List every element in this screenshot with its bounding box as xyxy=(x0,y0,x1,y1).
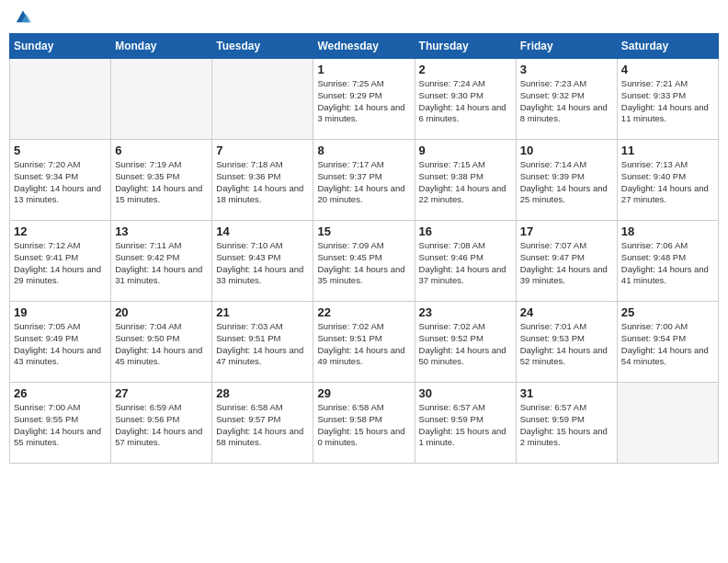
cell-sunset: Sunset: 9:54 PM xyxy=(621,333,686,343)
cell-sunset: Sunset: 9:48 PM xyxy=(621,252,686,262)
week-row-4: 19 Sunrise: 7:05 AM Sunset: 9:49 PM Dayl… xyxy=(10,302,719,383)
cell-sunset: Sunset: 9:59 PM xyxy=(419,414,483,424)
cell-sunrise: Sunrise: 6:58 AM xyxy=(216,402,282,412)
cell-sunset: Sunset: 9:52 PM xyxy=(419,333,483,343)
calendar-cell: 10 Sunrise: 7:14 AM Sunset: 9:39 PM Dayl… xyxy=(516,140,617,221)
cell-daylight: Daylight: 15 hours and 0 minutes. xyxy=(317,426,404,448)
calendar-table: SundayMondayTuesdayWednesdayThursdayFrid… xyxy=(9,33,719,464)
cell-daylight: Daylight: 15 hours and 1 minute. xyxy=(419,426,506,448)
cell-daylight: Daylight: 14 hours and 18 minutes. xyxy=(216,183,303,205)
calendar-cell: 2 Sunrise: 7:24 AM Sunset: 9:30 PM Dayli… xyxy=(415,59,516,140)
cell-daylight: Daylight: 14 hours and 55 minutes. xyxy=(14,426,101,448)
cell-sunset: Sunset: 9:47 PM xyxy=(520,252,585,262)
cell-daylight: Daylight: 14 hours and 47 minutes. xyxy=(216,345,303,367)
calendar-cell: 24 Sunrise: 7:01 AM Sunset: 9:53 PM Dayl… xyxy=(516,302,617,383)
cell-daylight: Daylight: 14 hours and 33 minutes. xyxy=(216,264,303,286)
calendar-cell: 11 Sunrise: 7:13 AM Sunset: 9:40 PM Dayl… xyxy=(617,140,718,221)
day-number: 23 xyxy=(419,305,512,319)
cell-sunset: Sunset: 9:42 PM xyxy=(115,252,179,262)
cell-sunset: Sunset: 9:38 PM xyxy=(419,171,483,181)
cell-sunset: Sunset: 9:37 PM xyxy=(317,171,381,181)
cell-daylight: Daylight: 14 hours and 31 minutes. xyxy=(115,264,202,286)
day-number: 31 xyxy=(520,386,613,400)
day-number: 17 xyxy=(520,224,613,238)
day-number: 28 xyxy=(216,386,309,400)
cell-sunrise: Sunrise: 7:12 AM xyxy=(14,240,80,250)
weekday-header-row: SundayMondayTuesdayWednesdayThursdayFrid… xyxy=(10,34,719,59)
calendar-cell: 27 Sunrise: 6:59 AM Sunset: 9:56 PM Dayl… xyxy=(111,383,212,464)
cell-sunrise: Sunrise: 7:05 AM xyxy=(14,321,80,331)
calendar-cell: 6 Sunrise: 7:19 AM Sunset: 9:35 PM Dayli… xyxy=(111,140,212,221)
cell-sunset: Sunset: 9:29 PM xyxy=(317,90,381,100)
calendar-cell: 28 Sunrise: 6:58 AM Sunset: 9:57 PM Dayl… xyxy=(212,383,313,464)
calendar-cell: 26 Sunrise: 7:00 AM Sunset: 9:55 PM Dayl… xyxy=(10,383,111,464)
cell-sunset: Sunset: 9:46 PM xyxy=(419,252,483,262)
calendar-cell xyxy=(111,59,212,140)
cell-sunset: Sunset: 9:30 PM xyxy=(419,90,483,100)
cell-daylight: Daylight: 14 hours and 6 minutes. xyxy=(419,102,506,124)
day-number: 2 xyxy=(419,63,512,76)
cell-sunrise: Sunrise: 7:00 AM xyxy=(14,402,80,412)
day-number: 10 xyxy=(520,144,613,157)
cell-sunrise: Sunrise: 7:21 AM xyxy=(621,78,688,88)
weekday-header-thursday: Thursday xyxy=(415,34,516,59)
cell-daylight: Daylight: 14 hours and 54 minutes. xyxy=(621,345,709,367)
cell-daylight: Daylight: 14 hours and 58 minutes. xyxy=(216,426,303,448)
week-row-3: 12 Sunrise: 7:12 AM Sunset: 9:41 PM Dayl… xyxy=(10,221,719,302)
cell-daylight: Daylight: 14 hours and 39 minutes. xyxy=(520,264,608,286)
cell-daylight: Daylight: 14 hours and 49 minutes. xyxy=(317,345,404,367)
calendar-cell: 19 Sunrise: 7:05 AM Sunset: 9:49 PM Dayl… xyxy=(10,302,111,383)
calendar-cell: 25 Sunrise: 7:00 AM Sunset: 9:54 PM Dayl… xyxy=(617,302,718,383)
week-row-5: 26 Sunrise: 7:00 AM Sunset: 9:55 PM Dayl… xyxy=(10,383,719,464)
cell-sunrise: Sunrise: 7:15 AM xyxy=(419,159,485,169)
cell-sunset: Sunset: 9:49 PM xyxy=(14,333,78,343)
day-number: 24 xyxy=(520,305,613,319)
calendar-cell: 18 Sunrise: 7:06 AM Sunset: 9:48 PM Dayl… xyxy=(617,221,718,302)
cell-sunrise: Sunrise: 7:06 AM xyxy=(621,240,688,250)
calendar-cell: 29 Sunrise: 6:58 AM Sunset: 9:58 PM Dayl… xyxy=(313,383,415,464)
cell-sunset: Sunset: 9:41 PM xyxy=(14,252,78,262)
cell-sunrise: Sunrise: 7:08 AM xyxy=(419,240,485,250)
cell-sunset: Sunset: 9:36 PM xyxy=(216,171,280,181)
calendar-cell: 13 Sunrise: 7:11 AM Sunset: 9:42 PM Dayl… xyxy=(111,221,212,302)
calendar-cell: 31 Sunrise: 6:57 AM Sunset: 9:59 PM Dayl… xyxy=(516,383,617,464)
weekday-header-friday: Friday xyxy=(516,34,617,59)
cell-sunrise: Sunrise: 7:14 AM xyxy=(520,159,586,169)
cell-daylight: Daylight: 14 hours and 27 minutes. xyxy=(621,183,709,205)
calendar-cell: 9 Sunrise: 7:15 AM Sunset: 9:38 PM Dayli… xyxy=(415,140,516,221)
calendar-cell: 15 Sunrise: 7:09 AM Sunset: 9:45 PM Dayl… xyxy=(313,221,415,302)
day-number: 12 xyxy=(14,224,107,238)
cell-sunrise: Sunrise: 7:03 AM xyxy=(216,321,282,331)
cell-sunrise: Sunrise: 6:57 AM xyxy=(520,402,586,412)
cell-daylight: Daylight: 14 hours and 57 minutes. xyxy=(115,426,202,448)
cell-daylight: Daylight: 14 hours and 52 minutes. xyxy=(520,345,608,367)
cell-sunrise: Sunrise: 7:09 AM xyxy=(317,240,383,250)
day-number: 21 xyxy=(216,305,309,319)
weekday-header-tuesday: Tuesday xyxy=(212,34,313,59)
cell-sunset: Sunset: 9:51 PM xyxy=(216,333,280,343)
cell-sunset: Sunset: 9:35 PM xyxy=(115,171,179,181)
calendar-cell: 30 Sunrise: 6:57 AM Sunset: 9:59 PM Dayl… xyxy=(415,383,516,464)
cell-sunset: Sunset: 9:45 PM xyxy=(317,252,381,262)
cell-daylight: Daylight: 14 hours and 45 minutes. xyxy=(115,345,202,367)
page-header xyxy=(9,9,719,26)
cell-sunset: Sunset: 9:57 PM xyxy=(216,414,280,424)
day-number: 6 xyxy=(115,144,208,157)
calendar-cell xyxy=(212,59,313,140)
cell-sunrise: Sunrise: 7:10 AM xyxy=(216,240,282,250)
cell-sunrise: Sunrise: 7:17 AM xyxy=(317,159,383,169)
cell-sunrise: Sunrise: 7:13 AM xyxy=(621,159,688,169)
weekday-header-sunday: Sunday xyxy=(10,34,111,59)
cell-sunrise: Sunrise: 7:02 AM xyxy=(419,321,485,331)
day-number: 30 xyxy=(419,386,512,400)
day-number: 26 xyxy=(14,386,107,400)
weekday-header-saturday: Saturday xyxy=(617,34,718,59)
cell-sunrise: Sunrise: 7:01 AM xyxy=(520,321,586,331)
cell-sunrise: Sunrise: 7:23 AM xyxy=(520,78,586,88)
day-number: 27 xyxy=(115,386,208,400)
day-number: 11 xyxy=(621,144,714,157)
cell-sunset: Sunset: 9:32 PM xyxy=(520,90,585,100)
weekday-header-monday: Monday xyxy=(111,34,212,59)
cell-sunrise: Sunrise: 7:00 AM xyxy=(621,321,688,331)
cell-daylight: Daylight: 14 hours and 43 minutes. xyxy=(14,345,101,367)
